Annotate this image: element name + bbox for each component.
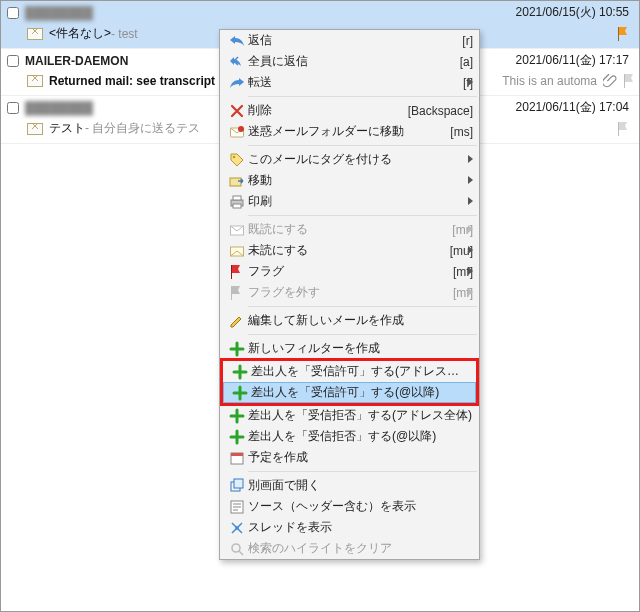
menu-item-label: 編集して新しいメールを作成 bbox=[248, 312, 473, 329]
row-checkbox[interactable] bbox=[1, 49, 25, 67]
message-subject: Returned mail: see transcript bbox=[49, 74, 215, 88]
menu-item-label: 新しいフィルターを作成 bbox=[248, 340, 473, 357]
menu-item[interactable]: このメールにタグを付ける bbox=[220, 149, 479, 170]
menu-item[interactable]: 全員に返信[a] bbox=[220, 51, 479, 72]
menu-item[interactable]: 別画面で開く bbox=[220, 475, 479, 496]
svg-rect-6 bbox=[230, 178, 241, 186]
menu-item[interactable]: ソース（ヘッダー含む）を表示 bbox=[220, 496, 479, 517]
menu-item[interactable]: 差出人を「受信拒否」する(アドレス全体) bbox=[220, 405, 479, 426]
menu-item-label: 差出人を「受信許可」する(アドレス全体) bbox=[251, 363, 470, 380]
flag-icon[interactable] bbox=[623, 73, 637, 89]
menu-item-shortcut: [Backspace] bbox=[402, 104, 473, 118]
menu-item-label: スレッドを表示 bbox=[248, 519, 473, 536]
svg-rect-9 bbox=[233, 204, 241, 208]
svg-rect-8 bbox=[233, 196, 241, 200]
submenu-arrow-icon bbox=[468, 288, 473, 296]
envelope-icon bbox=[27, 28, 43, 40]
message-date: 2021/06/11(金) 17:04 bbox=[516, 99, 640, 116]
source-icon bbox=[226, 499, 248, 515]
message-subject: <件名なし> bbox=[49, 25, 111, 42]
sender-name: ████████ bbox=[25, 101, 93, 115]
menu-item[interactable]: 新しいフィルターを作成 bbox=[220, 338, 479, 359]
menu-item[interactable]: 差出人を「受信許可」する(アドレス全体) bbox=[223, 361, 476, 382]
menu-item[interactable]: 差出人を「受信許可」する(@以降) bbox=[223, 382, 476, 403]
menu-item-shortcut: [a] bbox=[454, 55, 473, 69]
menu-item[interactable]: 未読にする[mu] bbox=[220, 240, 479, 261]
menu-separator bbox=[248, 145, 477, 146]
plus-icon bbox=[226, 429, 248, 445]
plus-icon bbox=[226, 341, 248, 357]
tag-icon bbox=[226, 152, 248, 168]
menu-item: 検索のハイライトをクリア bbox=[220, 538, 479, 559]
menu-item-label: 移動 bbox=[248, 172, 473, 189]
svg-rect-1 bbox=[624, 74, 625, 88]
menu-item[interactable]: スレッドを表示 bbox=[220, 517, 479, 538]
menu-item-shortcut: [r] bbox=[456, 34, 473, 48]
envelope-icon bbox=[27, 75, 43, 87]
menu-item[interactable]: 編集して新しいメールを作成 bbox=[220, 310, 479, 331]
flag-icon[interactable] bbox=[617, 121, 631, 137]
menu-item-label: ソース（ヘッダー含む）を表示 bbox=[248, 498, 473, 515]
envelope-icon bbox=[27, 123, 43, 135]
cal-icon bbox=[226, 450, 248, 466]
menu-item[interactable]: 削除[Backspace] bbox=[220, 100, 479, 121]
svg-point-19 bbox=[235, 526, 239, 530]
menu-item-label: 返信 bbox=[248, 32, 456, 49]
row-checkbox[interactable] bbox=[1, 96, 25, 114]
menu-item-shortcut: [ms] bbox=[444, 125, 473, 139]
menu-item[interactable]: 移動 bbox=[220, 170, 479, 191]
message-preview: - 自分自身に送るテス bbox=[85, 120, 200, 137]
context-menu: 返信[r]全員に返信[a]転送[f]削除[Backspace]迷惑メールフォルダ… bbox=[219, 29, 480, 560]
menu-item-label: 未読にする bbox=[248, 242, 444, 259]
unread-icon bbox=[226, 243, 248, 259]
submenu-arrow-icon bbox=[468, 176, 473, 184]
menu-item-label: 予定を作成 bbox=[248, 449, 473, 466]
menu-item[interactable]: 印刷 bbox=[220, 191, 479, 212]
menu-item-label: このメールにタグを付ける bbox=[248, 151, 473, 168]
message-subject: テスト bbox=[49, 120, 85, 137]
menu-item-label: 別画面で開く bbox=[248, 477, 473, 494]
plus-icon bbox=[229, 385, 251, 401]
flag-icon[interactable] bbox=[617, 26, 631, 42]
menu-item: 既読にする[mr] bbox=[220, 219, 479, 240]
delete-icon bbox=[226, 103, 248, 119]
print-icon bbox=[226, 194, 248, 210]
submenu-arrow-icon bbox=[468, 267, 473, 275]
svg-rect-17 bbox=[234, 479, 243, 488]
menu-separator bbox=[248, 215, 477, 216]
svg-rect-15 bbox=[231, 453, 243, 456]
svg-rect-13 bbox=[231, 286, 232, 300]
menu-item-label: 検索のハイライトをクリア bbox=[248, 540, 473, 557]
move-icon bbox=[226, 173, 248, 189]
menu-item[interactable]: フラグ[mf] bbox=[220, 261, 479, 282]
forward-icon bbox=[226, 75, 248, 91]
menu-item[interactable]: 転送[f] bbox=[220, 72, 479, 93]
menu-item-label: 差出人を「受信拒否」する(アドレス全体) bbox=[248, 407, 473, 424]
message-date: 2021/06/15(火) 10:55 bbox=[516, 4, 640, 21]
plus-icon bbox=[226, 408, 248, 424]
menu-item[interactable]: 迷惑メールフォルダーに移動[ms] bbox=[220, 121, 479, 142]
read-icon bbox=[226, 222, 248, 238]
message-preview: This is an automa bbox=[502, 74, 597, 88]
menu-item-label: 全員に返信 bbox=[248, 53, 454, 70]
svg-point-5 bbox=[233, 155, 235, 157]
unflag-icon bbox=[226, 285, 248, 301]
attachment-icon bbox=[603, 74, 617, 88]
spam-icon bbox=[226, 124, 248, 140]
row-checkbox[interactable] bbox=[1, 1, 25, 19]
svg-rect-2 bbox=[618, 122, 619, 136]
replyall-icon bbox=[226, 54, 248, 70]
message-date: 2021/06/11(金) 17:17 bbox=[516, 52, 640, 69]
menu-item[interactable]: 差出人を「受信拒否」する(@以降) bbox=[220, 426, 479, 447]
menu-item[interactable]: 予定を作成 bbox=[220, 447, 479, 468]
thread-icon bbox=[226, 520, 248, 536]
plus-icon bbox=[229, 364, 251, 380]
submenu-arrow-icon bbox=[468, 225, 473, 233]
sender-name: ████████ bbox=[25, 6, 93, 20]
menu-item[interactable]: 返信[r] bbox=[220, 30, 479, 51]
message-preview: - test bbox=[111, 27, 138, 41]
popout-icon bbox=[226, 478, 248, 494]
svg-point-4 bbox=[238, 126, 244, 132]
flag-icon bbox=[226, 264, 248, 280]
sender-name: MAILER-DAEMON bbox=[25, 54, 128, 68]
